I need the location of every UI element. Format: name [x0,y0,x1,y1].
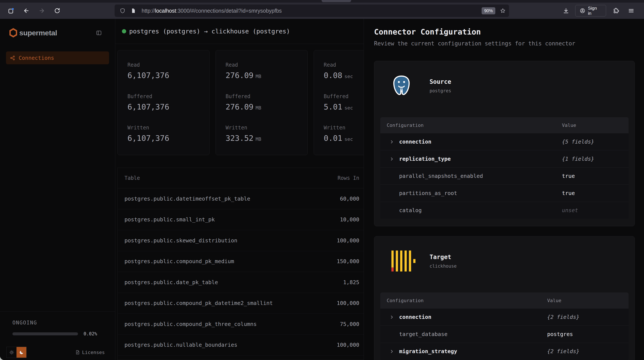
table-name: postgres.public.skewed_distribution [124,238,337,244]
source-system: postgres [430,88,451,94]
config-key: catalog [399,207,562,214]
stat-label: Written [226,125,298,131]
extensions-icon[interactable] [613,8,619,14]
source-config-table: Configuration Value connection {5 fields… [380,117,628,219]
page-info-icon[interactable] [130,8,136,14]
connection-header: postgres (postgres) → clickhouse (postgr… [115,19,364,44]
stat-card: Read 6,107,376 Buffered [118,50,210,155]
light-theme-button[interactable] [7,347,16,358]
table-rows-in: 60,000 [340,196,359,202]
config-panel-subtitle: Review the current configuration setting… [374,40,635,47]
chevron-right-icon[interactable] [389,139,394,144]
target-role: Target [430,254,456,260]
firefox-view-icon[interactable] [8,8,14,14]
stat-value-row: 6,107,376 [128,134,200,142]
target-config-body: connection {2 fields} target_database po… [380,308,628,360]
downloads-icon[interactable] [563,8,569,14]
config-value: {2 fields} [547,348,621,354]
table-row[interactable]: postgres.public.compound_pk_medium 150,0… [118,251,364,272]
stat-unit: sec [344,105,353,110]
config-value: {2 fields} [547,314,621,320]
stat-card-rows: Read 276.09 MB Buffered [226,62,298,142]
table-rows-in: 10,000 [340,216,359,223]
chevron-right-icon[interactable] [389,314,394,320]
table-row[interactable]: postgres.public.nullable_boundaries 100,… [118,335,364,356]
url-bar[interactable]: http://localhost:3000/#/connections/deta… [114,4,509,17]
stat-value: 6,107,376 [128,102,169,111]
table-rows-in: 100,000 [337,300,359,306]
stat-group: Read 276.09 MB [226,62,298,80]
col-configuration: Configuration [387,122,562,128]
url-text[interactable]: http://localhost:3000/#/connections/deta… [142,8,282,14]
tab-strip [0,0,644,2]
table-row[interactable]: postgres.public.date_pk_table 1,825 [118,272,364,293]
stat-value: 276.09 [226,71,254,80]
config-key: target_database [399,331,547,337]
sidebar-collapse-icon[interactable] [96,30,102,36]
table-row[interactable]: postgres.public.datetimeoffset_pk_table … [118,188,364,209]
bookmark-star-icon[interactable] [500,8,506,14]
chevron-right-icon[interactable] [389,156,394,162]
licenses-link[interactable]: Licenses [75,350,105,355]
config-row[interactable]: replication_type {1 fields} [380,150,628,167]
menu-hamburger-icon[interactable] [628,8,634,14]
moon-icon [19,350,24,355]
config-row[interactable]: connection {2 fields} [380,308,628,326]
chevron-right-icon[interactable] [389,349,394,354]
reload-button[interactable] [54,8,60,14]
table-row[interactable]: postgres.public.small_int_pk 10,000 [118,209,364,230]
back-button[interactable] [23,8,30,14]
target-section: Target clickhouse Configuration Value [374,236,635,360]
table-name: postgres.public.compound_pk_three_column… [124,321,340,327]
config-row[interactable]: parallel_snapshots_enabled true [380,167,628,184]
stat-value-row: 6,107,376 [128,102,200,111]
config-row[interactable]: partitions_as_root true [380,184,628,202]
config-key: connection [399,314,547,320]
tables-table-header: Table Rows In [118,168,364,188]
table-row[interactable]: postgres.public.compound_pk_three_column… [118,314,364,335]
sidebar: supermetal Connections ONGOING [0,19,115,360]
target-system: clickhouse [430,264,456,269]
table-name: postgres.public.compound_pk_medium [124,258,337,264]
source-config-header: Configuration Value [380,117,628,133]
config-row[interactable]: migration_strategy {2 fields} [380,343,628,360]
target-titles: Target clickhouse [430,254,456,269]
config-row[interactable]: connection {5 fields} [380,133,628,150]
account-icon [580,8,585,14]
stat-value-row: 276.09 MB [226,71,298,80]
stat-group: Buffered 276.09 MB [226,94,298,111]
clickhouse-logo-icon [390,250,417,272]
dark-theme-button[interactable] [16,347,26,358]
theme-toggle-group [6,347,26,358]
table-row[interactable]: postgres.public.compound_pk_datetime2_sm… [118,293,364,314]
stat-card: Read 276.09 MB Buffered [216,50,308,155]
stat-group: Buffered 6,107,376 [128,94,200,111]
progress-percent: 0.02% [84,331,97,336]
table-rows-in: 75,000 [340,321,359,327]
stat-unit: MB [256,136,261,142]
source-header: Source postgres [374,61,634,97]
shield-icon[interactable] [120,8,125,14]
signin-button[interactable]: Sign in [575,5,606,16]
config-row[interactable]: target_database postgres [380,326,628,343]
status-dot [122,29,126,34]
stat-value: 6,107,376 [128,71,169,80]
target-header: Target clickhouse [374,236,634,272]
config-row[interactable]: catalog unset [380,202,628,219]
sidebar-item-connections[interactable]: Connections [6,52,109,64]
table-row[interactable]: postgres.public.skewed_distribution 100,… [118,230,364,251]
stat-value: 0.01 [324,134,342,142]
config-key: partitions_as_root [399,190,562,196]
active-tab[interactable] [322,0,351,2]
stat-value-row: 5.01 sec [324,102,364,111]
stat-group: Written 6,107,376 [128,125,200,142]
url-host: localhost [155,8,176,14]
table-rows-in: 150,000 [337,258,359,264]
config-panel-title: Connector Configuration [374,27,635,37]
zoom-level-badge[interactable]: 90% [482,7,495,14]
stat-label: Written [128,125,200,131]
browser-window: http://localhost:3000/#/connections/deta… [0,0,644,360]
stats-cards: Read 6,107,376 Buffered [118,50,364,155]
forward-button[interactable] [38,8,45,14]
config-key: parallel_snapshots_enabled [399,173,562,179]
